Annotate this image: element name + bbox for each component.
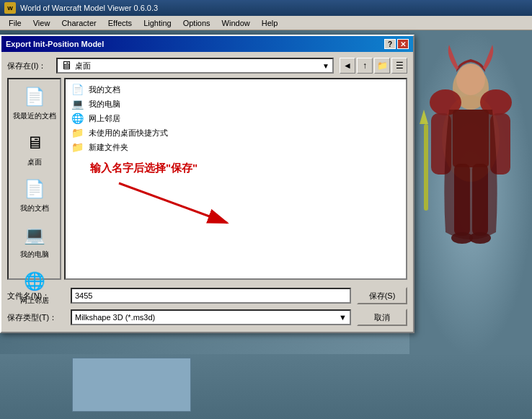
menu-window[interactable]: Window: [216, 17, 256, 29]
svg-point-11: [469, 232, 491, 244]
save-location-dropdown[interactable]: 🖥 桌面 ▼: [56, 58, 334, 74]
file-browser: 📄 我最近的文档 🖥 桌面 📄 我的文档 💻 我的电脑: [7, 78, 407, 280]
filename-label: 文件名(N)：: [7, 291, 65, 301]
help-button[interactable]: ?: [384, 39, 396, 49]
file-icon-0: 📄: [71, 84, 84, 95]
export-dialog: Export Init-Position Model ? ✕ 保存在(I)： 🖥…: [0, 35, 414, 333]
qa-my-computer[interactable]: 💻 我的电脑: [10, 221, 58, 261]
recent-docs-icon: 📄: [22, 84, 48, 110]
filetype-dropdown[interactable]: Milkshape 3D (*.ms3d) ▼: [71, 309, 351, 325]
app-title: World of Warcraft Model Viewer 0.6.0.3: [20, 4, 158, 12]
svg-point-9: [456, 63, 485, 95]
menu-help[interactable]: Help: [256, 17, 284, 29]
annotation-text: 输入名字后选择"保存": [90, 162, 198, 175]
wow-character-area: [409, 30, 532, 355]
toolbar-buttons: ◄ ↑ 📁 ☰: [340, 58, 407, 74]
qa-recent-docs[interactable]: 📄 我最近的文档: [10, 82, 58, 123]
qa-desktop-label: 桌面: [27, 157, 42, 167]
save-button[interactable]: 保存(S): [357, 287, 407, 304]
save-location-row: 保存在(I)： 🖥 桌面 ▼ ◄ ↑ 📁 ☰: [7, 58, 407, 74]
file-icon-4: 📁: [71, 141, 84, 153]
my-computer-icon: 💻: [22, 222, 48, 248]
menu-character[interactable]: Character: [56, 17, 102, 29]
file-name-1: 我的电脑: [89, 99, 120, 110]
menu-lighting[interactable]: Lighting: [138, 17, 177, 29]
svg-rect-13: [424, 124, 428, 211]
filename-row: 文件名(N)： 保存(S): [7, 287, 407, 304]
up-button[interactable]: ↑: [357, 58, 373, 74]
app-titlebar: W World of Warcraft Model Viewer 0.6.0.3: [0, 0, 532, 16]
filetype-row: 保存类型(T)： Milkshape 3D (*.ms3d) ▼ 取消: [7, 309, 407, 326]
qa-recent-label: 我最近的文档: [13, 111, 56, 121]
app-icon: W: [4, 2, 16, 14]
quick-access-panel: 📄 我最近的文档 🖥 桌面 📄 我的文档 💻 我的电脑: [7, 78, 61, 280]
filetype-value: Milkshape 3D (*.ms3d): [75, 313, 155, 322]
desktop-icon: 🖥: [61, 59, 72, 72]
list-item[interactable]: 💻 我的电脑: [68, 97, 403, 111]
arrow-svg: [112, 176, 256, 234]
list-item[interactable]: 📄 我的文档: [68, 82, 403, 97]
dialog-content: 保存在(I)： 🖥 桌面 ▼ ◄ ↑ 📁 ☰ 📄: [1, 52, 413, 332]
file-name-0: 我的文档: [89, 84, 120, 95]
list-item[interactable]: 📁 未使用的桌面快捷方式: [68, 125, 403, 140]
save-location-label: 保存在(I)：: [7, 61, 50, 71]
annotation-area: 输入名字后选择"保存": [68, 154, 403, 212]
dialog-overlay: Export Init-Position Model ? ✕ 保存在(I)： 🖥…: [0, 35, 418, 345]
qa-desktop[interactable]: 🖥 桌面: [10, 128, 58, 169]
list-item[interactable]: 📁 新建文件夹: [68, 140, 403, 154]
dropdown-arrow-icon: ▼: [322, 62, 329, 70]
list-item[interactable]: 🌐 网上邻居: [68, 111, 403, 125]
desktop-qa-icon: 🖥: [22, 130, 48, 156]
filename-input[interactable]: [71, 288, 351, 304]
menu-options[interactable]: Options: [177, 17, 216, 29]
file-name-2: 网上邻居: [89, 113, 120, 124]
new-folder-button[interactable]: 📁: [374, 58, 390, 74]
menubar: File View Character Effects Lighting Opt…: [0, 16, 532, 30]
dialog-titlebar: Export Init-Position Model ? ✕: [1, 36, 413, 52]
cancel-button[interactable]: 取消: [357, 309, 407, 326]
save-location-value: 桌面: [75, 61, 91, 71]
qa-my-docs[interactable]: 📄 我的文档: [10, 175, 58, 215]
qa-my-computer-label: 我的电脑: [20, 250, 49, 260]
menu-view[interactable]: View: [27, 17, 56, 29]
my-docs-icon: 📄: [22, 176, 48, 202]
file-icon-2: 🌐: [71, 113, 84, 124]
save-button-container: 保存(S): [357, 287, 407, 304]
filetype-arrow-icon: ▼: [339, 313, 347, 322]
menu-effects[interactable]: Effects: [102, 17, 138, 29]
view-options-button[interactable]: ☰: [391, 58, 407, 74]
svg-line-16: [119, 183, 227, 223]
titlebar-buttons: ? ✕: [384, 39, 409, 49]
file-list: 📄 我的文档 💻 我的电脑 🌐 网上邻居 📁 未使用的桌面快捷方式: [64, 78, 407, 280]
qa-my-docs-label: 我的文档: [20, 203, 49, 213]
file-icon-3: 📁: [71, 127, 84, 138]
close-button[interactable]: ✕: [397, 39, 409, 49]
bottom-rows: 文件名(N)： 保存(S) 保存类型(T)： Milkshape 3D (*.m…: [7, 287, 407, 326]
file-name-4: 新建文件夹: [89, 142, 128, 153]
cancel-button-container: 取消: [357, 309, 407, 326]
dialog-title: Export Init-Position Model: [6, 40, 104, 48]
svg-point-12: [442, 95, 500, 182]
filetype-label: 保存类型(T)：: [7, 312, 65, 323]
menu-file[interactable]: File: [3, 17, 27, 29]
small-desktop-area: [72, 358, 191, 412]
file-name-3: 未使用的桌面快捷方式: [89, 128, 168, 138]
file-icon-1: 💻: [71, 98, 84, 110]
back-button[interactable]: ◄: [340, 58, 355, 74]
